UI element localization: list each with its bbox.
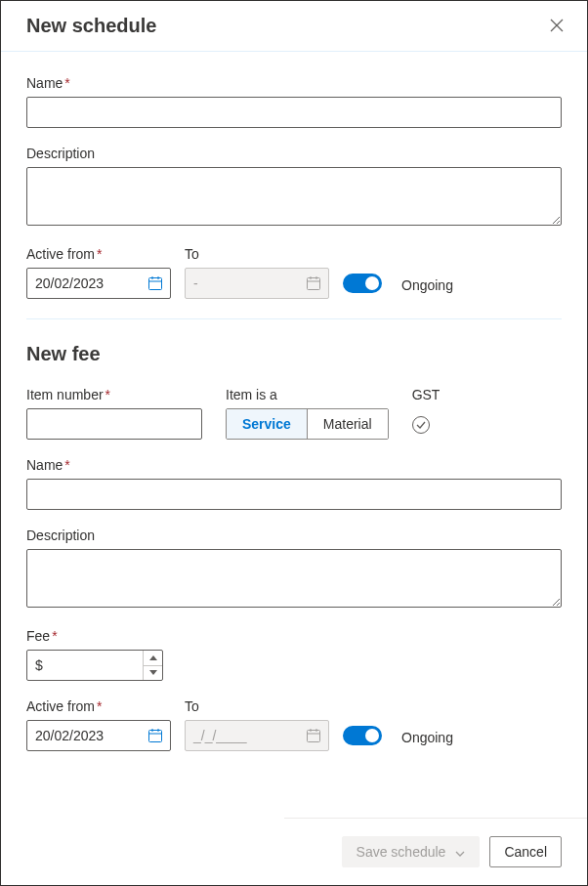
new-schedule-modal: New schedule Name* Description Active fr… bbox=[0, 0, 588, 886]
fee-active-from-field: Active from* 20/02/2023 bbox=[26, 698, 171, 751]
fee-amount-field: Fee* $ bbox=[26, 628, 562, 681]
fee-ongoing-toggle[interactable] bbox=[343, 726, 382, 745]
schedule-name-label: Name* bbox=[26, 75, 562, 91]
fee-description-label: Description bbox=[26, 527, 562, 543]
item-is-segmented: Service Material bbox=[226, 408, 389, 440]
fee-amount-label: Fee* bbox=[26, 628, 562, 644]
required-marker: * bbox=[97, 246, 102, 262]
schedule-active-from-field: Active from* 20/02/2023 bbox=[26, 246, 171, 299]
schedule-description-field: Description bbox=[26, 146, 562, 229]
fee-stepper bbox=[143, 651, 162, 680]
fee-active-from-input[interactable]: 20/02/2023 bbox=[26, 720, 171, 751]
item-is-label: Item is a bbox=[226, 387, 389, 402]
modal-body[interactable]: Name* Description Active from* 20/02/202… bbox=[1, 52, 587, 818]
item-number-label: Item number* bbox=[26, 387, 202, 402]
fee-name-field: Name* bbox=[26, 457, 562, 510]
svg-rect-0 bbox=[149, 278, 162, 290]
cancel-button[interactable]: Cancel bbox=[489, 836, 562, 867]
calendar-icon bbox=[299, 721, 328, 750]
svg-rect-4 bbox=[308, 278, 320, 290]
chevron-up-icon bbox=[149, 655, 157, 660]
fee-to-value: _/_/____ bbox=[186, 728, 299, 743]
schedule-ongoing-toggle[interactable] bbox=[343, 274, 382, 293]
required-marker: * bbox=[97, 698, 102, 714]
fee-step-up[interactable] bbox=[144, 651, 162, 666]
modal-title: New schedule bbox=[26, 15, 156, 37]
chevron-down-icon bbox=[455, 844, 465, 860]
fee-amount-input[interactable]: $ bbox=[26, 650, 163, 681]
schedule-name-field: Name* bbox=[26, 75, 562, 128]
item-number-input[interactable] bbox=[26, 408, 202, 440]
schedule-ongoing-label: Ongoing bbox=[401, 277, 453, 293]
schedule-to-input: - bbox=[185, 268, 329, 299]
required-marker: * bbox=[64, 457, 69, 473]
svg-rect-8 bbox=[149, 731, 162, 742]
calendar-icon[interactable] bbox=[141, 269, 170, 298]
required-marker: * bbox=[64, 75, 69, 91]
item-is-service-button[interactable]: Service bbox=[227, 409, 307, 439]
fee-currency-prefix: $ bbox=[27, 657, 51, 673]
schedule-to-field: To - bbox=[185, 246, 329, 299]
gst-label: GST bbox=[412, 387, 441, 402]
fee-active-row: Active from* 20/02/2023 To _/_/____ bbox=[26, 698, 562, 751]
schedule-name-input[interactable] bbox=[26, 97, 562, 128]
fee-to-input: _/_/____ bbox=[185, 720, 329, 751]
chevron-down-icon bbox=[149, 670, 157, 675]
item-is-field: Item is a Service Material bbox=[226, 387, 389, 440]
gst-field: GST bbox=[412, 387, 441, 440]
schedule-active-from-label: Active from* bbox=[26, 246, 171, 262]
schedule-to-value: - bbox=[186, 275, 299, 291]
fee-to-label: To bbox=[185, 698, 329, 714]
fee-ongoing-label: Ongoing bbox=[401, 730, 453, 745]
modal-header: New schedule bbox=[1, 1, 587, 52]
fee-step-down[interactable] bbox=[144, 666, 162, 681]
fee-top-row: Item number* Item is a Service Material … bbox=[26, 387, 562, 440]
required-marker: * bbox=[105, 387, 110, 402]
fee-description-field: Description bbox=[26, 527, 562, 611]
schedule-description-label: Description bbox=[26, 146, 562, 161]
modal-footer: Save schedule Cancel bbox=[284, 818, 587, 885]
schedule-description-input[interactable] bbox=[26, 167, 562, 226]
svg-rect-12 bbox=[308, 731, 320, 742]
close-button[interactable] bbox=[550, 19, 566, 34]
new-fee-title: New fee bbox=[26, 343, 562, 365]
checkmark-icon bbox=[416, 420, 426, 430]
fee-active-from-label: Active from* bbox=[26, 698, 171, 714]
calendar-icon bbox=[299, 269, 328, 298]
schedule-active-from-value: 20/02/2023 bbox=[27, 275, 141, 291]
item-is-material-button[interactable]: Material bbox=[307, 409, 388, 439]
gst-checkbox[interactable] bbox=[412, 416, 430, 434]
fee-to-field: To _/_/____ bbox=[185, 698, 329, 751]
section-divider bbox=[26, 318, 562, 319]
item-number-field: Item number* bbox=[26, 387, 202, 440]
fee-name-label: Name* bbox=[26, 457, 562, 473]
save-schedule-button[interactable]: Save schedule bbox=[342, 836, 481, 867]
fee-active-from-value: 20/02/2023 bbox=[27, 728, 141, 743]
fee-name-input[interactable] bbox=[26, 479, 562, 510]
schedule-active-row: Active from* 20/02/2023 To - Ong bbox=[26, 246, 562, 299]
close-icon bbox=[550, 19, 564, 32]
schedule-to-label: To bbox=[185, 246, 329, 262]
schedule-active-from-input[interactable]: 20/02/2023 bbox=[26, 268, 171, 299]
calendar-icon[interactable] bbox=[141, 721, 170, 750]
fee-description-input[interactable] bbox=[26, 549, 562, 608]
required-marker: * bbox=[52, 628, 57, 644]
